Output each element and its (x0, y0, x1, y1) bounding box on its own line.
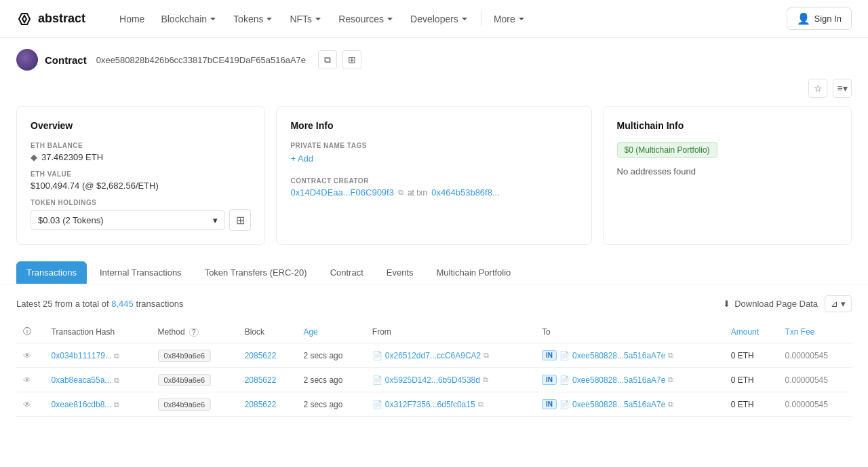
col-block: Block (238, 320, 297, 343)
to-address-cell: IN 📄 0xee580828...5a516aA7e ⧉ (542, 350, 717, 360)
private-name-tags-label: PRIVATE NAME TAGS (290, 142, 577, 149)
navbar-right: 👤 Sign In (787, 7, 852, 30)
tab-token-transfers[interactable]: Token Transfers (ERC-20) (195, 261, 317, 284)
nav-home[interactable]: Home (113, 10, 151, 29)
nav-menu: Home Blockchain Tokens NFTs Resources De… (113, 10, 786, 29)
filter-button[interactable]: ⊿ ▾ (825, 295, 852, 312)
row-txn-fee: 0.00000545 (778, 392, 852, 417)
multichain-badge[interactable]: $0 (Multichain Portfolio) (617, 142, 717, 158)
file-icon: 📄 (372, 351, 382, 360)
tx-hash-link[interactable]: 0xeae816cdb8... (52, 400, 112, 409)
txn-fee-value: 0.00000545 (785, 351, 828, 360)
tab-events[interactable]: Events (376, 261, 424, 284)
row-amount: 0 ETH (724, 392, 778, 417)
creator-txn-link[interactable]: 0x464b53b86f8... (431, 187, 499, 198)
navbar: abstract Home Blockchain Tokens NFTs Res… (0, 0, 868, 38)
page-header: Contract 0xee580828b426b6cc33817bCE419Da… (0, 38, 868, 71)
to-address-cell: IN 📄 0xee580828...5a516aA7e ⧉ (542, 375, 717, 385)
col-from: From (366, 320, 535, 343)
to-address-link[interactable]: 0xee580828...5a516aA7e (572, 400, 665, 409)
tx-hash-link[interactable]: 0x034b111179... (52, 351, 112, 360)
tab-internal-transactions[interactable]: Internal Transactions (90, 261, 192, 284)
block-link[interactable]: 2085622 (245, 351, 277, 360)
file-icon: 📄 (372, 375, 382, 385)
from-address-link[interactable]: 0x312F7356...6d5fc0a15 (385, 400, 475, 409)
from-address-link[interactable]: 0x26512dd7...ccC6A9CA2 (385, 351, 481, 360)
tx-hash-link[interactable]: 0xab8eaca55a... (52, 375, 112, 385)
file-icon: 📄 (559, 351, 570, 360)
row-from: 📄 0x312F7356...6d5fc0a15 ⧉ (366, 392, 535, 417)
sign-in-button[interactable]: 👤 Sign In (787, 7, 852, 30)
eye-icon[interactable]: 👁 (23, 400, 31, 409)
summary-suffix: transactions (136, 299, 183, 309)
row-age: 2 secs ago (296, 392, 365, 417)
copy-from-icon[interactable]: ⧉ (484, 351, 489, 360)
more-info-card: More Info PRIVATE NAME TAGS + Add CONTRA… (276, 106, 591, 245)
nav-more[interactable]: More (487, 10, 532, 29)
block-link[interactable]: 2085622 (245, 400, 277, 409)
add-tag-button[interactable]: + Add (290, 153, 577, 164)
row-method: 0x84b9a6e6 (151, 392, 238, 417)
copy-hash-icon[interactable]: ⧉ (114, 376, 119, 384)
copy-from-icon[interactable]: ⧉ (478, 400, 484, 409)
tx-count-link[interactable]: 8,445 (111, 299, 134, 309)
nav-nfts[interactable]: NFTs (283, 10, 329, 29)
nav-tokens[interactable]: Tokens (226, 10, 280, 29)
eye-icon[interactable]: 👁 (23, 351, 31, 360)
no-addresses-text: No addresses found (617, 166, 837, 176)
method-badge: 0x84b9a6e6 (158, 350, 212, 362)
row-hash: 0xab8eaca55a... ⧉ (45, 368, 151, 392)
in-badge: IN (542, 375, 557, 385)
more-info-title: More Info (290, 120, 577, 131)
copy-from-icon[interactable]: ⧉ (483, 375, 488, 384)
info-icon: ⓘ (23, 326, 31, 336)
creator-address-link[interactable]: 0x14D4DEaa...F06C909f3 (290, 187, 393, 198)
tab-contract[interactable]: Contract (320, 261, 374, 284)
age-text: 2 secs ago (303, 375, 342, 385)
nav-developers[interactable]: Developers (403, 10, 475, 29)
from-address-link[interactable]: 0x5925D142...6b5D4538d (385, 375, 480, 385)
chevron-down-icon: ▾ (213, 215, 218, 225)
logo[interactable]: abstract (16, 11, 85, 27)
to-address-link[interactable]: 0xee580828...5a516aA7e (572, 375, 665, 385)
nav-divider (481, 12, 481, 26)
block-link[interactable]: 2085622 (245, 375, 277, 385)
copy-hash-icon[interactable]: ⧉ (114, 352, 119, 360)
copy-address-button[interactable]: ⧉ (318, 50, 337, 69)
tx-actions: ⬇ Download Page Data ⊿ ▾ (723, 295, 852, 312)
star-button[interactable]: ☆ (808, 79, 827, 98)
tabs-row: Transactions Internal Transactions Token… (0, 250, 868, 284)
row-from: 📄 0x5925D142...6b5D4538d ⧉ (366, 368, 535, 392)
multichain-title: Multichain Info (617, 120, 837, 131)
row-txn-fee: 0.00000545 (778, 343, 852, 368)
from-address-cell: 📄 0x26512dd7...ccC6A9CA2 ⧉ (372, 351, 528, 360)
nav-blockchain[interactable]: Blockchain (154, 10, 224, 29)
contract-creator-value: 0x14D4DEaa...F06C909f3 ⧉ at txn 0x464b53… (290, 187, 577, 198)
row-txn-fee: 0.00000545 (778, 368, 852, 392)
tab-transactions[interactable]: Transactions (16, 261, 87, 284)
to-address-link[interactable]: 0xee580828...5a516aA7e (572, 351, 665, 360)
eth-balance-label: ETH BALANCE (31, 142, 251, 149)
nav-resources[interactable]: Resources (332, 10, 401, 29)
amount-value: 0 ETH (731, 351, 754, 360)
table-body: 👁 0x034b111179... ⧉ 0x84b9a6e6 2085622 2… (16, 343, 852, 417)
copy-to-icon[interactable]: ⧉ (668, 400, 673, 409)
method-info-icon[interactable]: ? (189, 328, 199, 337)
token-grid-button[interactable]: ⊞ (229, 209, 251, 231)
qr-code-button[interactable]: ⊞ (342, 50, 361, 69)
eth-value-label: ETH VALUE (31, 170, 251, 178)
list-view-button[interactable]: ≡▾ (833, 79, 852, 98)
token-holdings-label: TOKEN HOLDINGS (31, 199, 251, 206)
copy-to-icon[interactable]: ⧉ (668, 351, 673, 360)
download-button[interactable]: ⬇ Download Page Data (723, 299, 818, 309)
copy-to-icon[interactable]: ⧉ (668, 375, 673, 384)
overview-title: Overview (31, 120, 251, 131)
contract-creator-label: CONTRACT CREATOR (290, 177, 577, 185)
token-holdings-dropdown[interactable]: $0.03 (2 Tokens) ▾ (31, 210, 225, 230)
eye-icon[interactable]: 👁 (23, 375, 31, 385)
in-badge: IN (542, 350, 557, 360)
copy-hash-icon[interactable]: ⧉ (114, 400, 119, 409)
tab-multichain-portfolio[interactable]: Multichain Portfolio (427, 261, 521, 284)
amount-value: 0 ETH (731, 400, 754, 409)
copy-creator-icon[interactable]: ⧉ (398, 188, 403, 197)
